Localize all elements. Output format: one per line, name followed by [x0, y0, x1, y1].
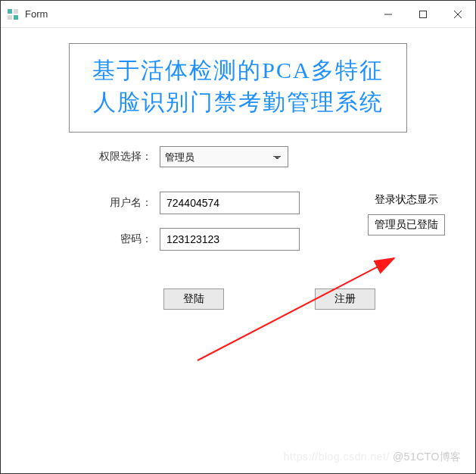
titlebar: Form: [1, 1, 475, 28]
username-label: 用户名：: [92, 196, 152, 210]
status-panel: 登录状态显示 管理员已登陆: [368, 193, 445, 235]
password-label: 密码：: [92, 232, 152, 246]
close-button[interactable]: [440, 1, 475, 28]
login-form: 权限选择： 管理员 用户名： 密码： 登录状态显示 管理员已登陆 登陆 注册: [39, 146, 437, 310]
client-area: 基于活体检测的PCA多特征人脸识别门禁考勤管理系统 权限选择： 管理员 用户名：…: [1, 28, 475, 310]
status-heading: 登录状态显示: [368, 193, 445, 207]
banner: 基于活体检测的PCA多特征人脸识别门禁考勤管理系统: [69, 43, 407, 133]
svg-rect-5: [420, 11, 427, 18]
password-input[interactable]: [160, 228, 300, 251]
minimize-button[interactable]: [371, 1, 406, 28]
banner-title: 基于活体检测的PCA多特征人脸识别门禁考勤管理系统: [85, 55, 391, 118]
svg-rect-0: [8, 9, 12, 14]
register-button[interactable]: 注册: [315, 288, 375, 310]
window-controls: [371, 1, 475, 27]
svg-rect-2: [8, 15, 12, 20]
username-input[interactable]: [160, 192, 300, 214]
maximize-button[interactable]: [406, 1, 440, 28]
watermark: https://blog.csdn.net/@51CTO博客: [284, 451, 462, 464]
status-value: 管理员已登陆: [368, 214, 445, 235]
window-title: Form: [25, 8, 371, 20]
role-label: 权限选择：: [92, 150, 152, 164]
svg-rect-3: [14, 15, 18, 20]
app-icon: [7, 8, 19, 20]
role-select[interactable]: 管理员: [160, 146, 288, 167]
svg-rect-1: [14, 9, 18, 14]
login-button[interactable]: 登陆: [163, 288, 224, 310]
